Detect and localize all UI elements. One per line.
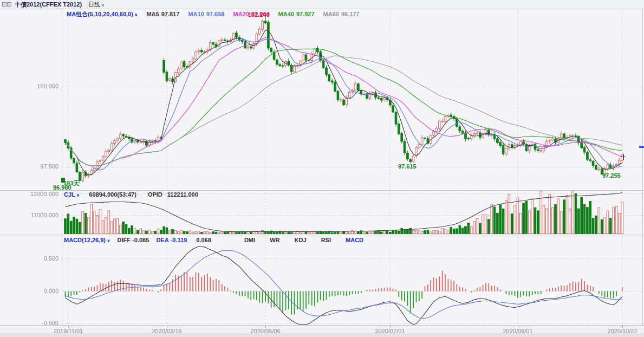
volume-header: CJL∨ 60894.000(53:47) OPID 112211.000 xyxy=(64,191,198,199)
cjl-dropdown[interactable]: CJL∨ xyxy=(64,191,80,198)
annotation-low-left: 96.980 xyxy=(53,184,71,191)
period-label: 日线 xyxy=(88,1,100,8)
chevron-down-icon: ∨ xyxy=(134,12,138,17)
time-axis[interactable]: 2019/11/012020/03/162020/05/062020/07/01… xyxy=(0,325,644,337)
dea-value: -0.119 xyxy=(171,237,187,243)
annotation-high: 102.240 xyxy=(248,11,270,18)
diff-label: DIFF xyxy=(118,237,131,243)
ma-header: MA组合(5,10,20,40,60,0)∨ MA597.817 MA1097.… xyxy=(67,11,360,18)
chart-canvas[interactable] xyxy=(0,0,644,337)
tab-rsi[interactable]: RSI xyxy=(321,237,331,243)
title-bar: 十债2012(CFFEX T2012) 日线∨ xyxy=(0,0,644,9)
volume-axis-label-bottom: 11000.000 xyxy=(0,212,58,218)
price-axis-label-97500: 97.500 xyxy=(0,163,58,170)
macd-header: MACD(12,26,9)∨ DIFF -0.085 DEA -0.119 0.… xyxy=(64,237,376,244)
ma-combo-dropdown[interactable]: MA组合(5,10,20,40,60,0)∨ xyxy=(67,11,138,17)
opid-value: 112211.000 xyxy=(167,191,198,198)
annotation-low-mid: 97.615 xyxy=(398,163,417,170)
instrument-title: 十债2012(CFFEX T2012) xyxy=(15,1,82,9)
tab-macd[interactable]: MACD xyxy=(346,237,363,243)
x-axis-label: 2020/07/01 xyxy=(375,328,405,334)
volume-axis-label-top: 12000.000 xyxy=(0,191,58,197)
x-axis-label: 2020/03/16 xyxy=(152,328,181,334)
tab-wr[interactable]: WR xyxy=(270,237,279,243)
period-selector[interactable]: 日线∨ xyxy=(88,1,105,9)
ma5-value: MA597.817 xyxy=(146,11,179,17)
chevron-down-icon: ∨ xyxy=(101,3,105,8)
price-axis-label-100: 100.000 xyxy=(0,83,58,89)
macd-axis-label-0: 0.000 xyxy=(0,288,58,294)
opid-label: OPID xyxy=(148,191,162,198)
tab-kdj[interactable]: KDJ xyxy=(295,237,307,243)
ma10-value: MA1097.658 xyxy=(188,11,224,17)
tab-dmi[interactable]: DMI xyxy=(244,237,255,243)
x-axis-label: 2019/11/01 xyxy=(54,328,83,334)
x-axis-label: 2020/09/01 xyxy=(503,328,532,334)
ma60-value: MA6098.177 xyxy=(323,11,360,17)
x-axis-label: 2020/10/22 xyxy=(607,328,637,334)
chevron-down-icon: ∨ xyxy=(76,193,80,198)
annotation-low-right: 97.255 xyxy=(602,172,621,179)
chevron-down-icon: ∨ xyxy=(107,238,110,243)
app-root: 十债2012(CFFEX T2012) 日线∨ MA组合(5,10,20,40,… xyxy=(0,0,644,337)
macd-dropdown[interactable]: MACD(12,26,9)∨ xyxy=(64,237,110,243)
last-price-tick xyxy=(639,146,644,148)
macd-axis-label-05: 0.500 xyxy=(0,255,58,262)
hist-value: 0.068 xyxy=(196,237,211,243)
volume-value: 60894.000(53:47) xyxy=(89,191,136,198)
ma40-value: MA4097.927 xyxy=(278,11,315,17)
indicator-tabs: DMI WR KDJ RSI MACD xyxy=(244,237,376,243)
x-axis-label: 2020/05/06 xyxy=(250,328,280,334)
window-icon xyxy=(2,2,11,7)
diff-value: -0.085 xyxy=(132,237,149,243)
dea-label: DEA xyxy=(156,237,168,243)
